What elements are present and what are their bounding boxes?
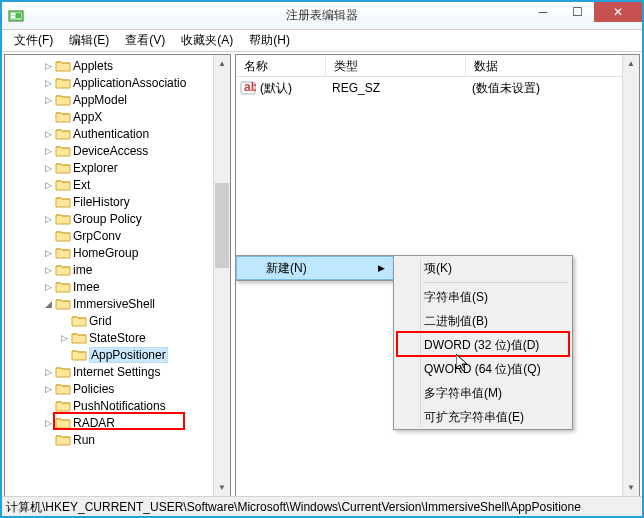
value-row[interactable]: ab (默认) REG_SZ (数值未设置) <box>240 79 635 97</box>
scroll-up-button[interactable]: ▲ <box>623 55 639 72</box>
window-controls: ─ ☐ ✕ <box>526 2 642 22</box>
maximize-button[interactable]: ☐ <box>560 2 594 22</box>
menu-file[interactable]: 文件(F) <box>6 30 61 51</box>
tree-node-label: Applets <box>73 59 113 73</box>
expander-icon[interactable]: ▷ <box>41 248 55 258</box>
expander-icon[interactable]: ▷ <box>41 384 55 394</box>
folder-icon <box>55 127 71 141</box>
expander-icon[interactable]: ▷ <box>41 163 55 173</box>
tree-node-internet-settings[interactable]: ▷Internet Settings <box>5 363 230 380</box>
expander-icon[interactable]: ▷ <box>41 282 55 292</box>
expander-icon[interactable]: ▷ <box>41 146 55 156</box>
statusbar: 计算机\HKEY_CURRENT_USER\Software\Microsoft… <box>2 496 642 516</box>
minimize-button[interactable]: ─ <box>526 2 560 22</box>
expander-icon[interactable]: ▷ <box>57 333 71 343</box>
tree-node-radar[interactable]: ▷RADAR <box>5 414 230 431</box>
tree-node-appx[interactable]: AppX <box>5 108 230 125</box>
folder-icon <box>55 93 71 107</box>
tree-node-appmodel[interactable]: ▷AppModel <box>5 91 230 108</box>
folder-icon <box>55 195 71 209</box>
values-scrollbar[interactable]: ▲ ▼ <box>622 55 639 496</box>
tree-pane: ▷Applets▷ApplicationAssociatio▷AppModelA… <box>4 54 231 497</box>
folder-icon <box>55 399 71 413</box>
tree-node-policies[interactable]: ▷Policies <box>5 380 230 397</box>
tree-node-ext[interactable]: ▷Ext <box>5 176 230 193</box>
expander-icon[interactable]: ◢ <box>41 299 55 309</box>
menu-new-qword[interactable]: QWORD (64 位)值(Q) <box>394 357 572 381</box>
folder-icon <box>55 110 71 124</box>
folder-icon <box>55 263 71 277</box>
tree-node-pushnotifications[interactable]: PushNotifications <box>5 397 230 414</box>
expander-icon[interactable]: ▷ <box>41 78 55 88</box>
tree-node-label: FileHistory <box>73 195 130 209</box>
tree-node-group-policy[interactable]: ▷Group Policy <box>5 210 230 227</box>
tree-node-label: AppX <box>73 110 102 124</box>
tree-node-immersiveshell[interactable]: ◢ImmersiveShell <box>5 295 230 312</box>
expander-icon[interactable]: ▷ <box>41 265 55 275</box>
tree-node-label: PushNotifications <box>73 399 166 413</box>
tree-node-statestore[interactable]: ▷StateStore <box>5 329 230 346</box>
folder-icon <box>55 280 71 294</box>
scroll-up-button[interactable]: ▲ <box>214 55 230 72</box>
expander-icon[interactable]: ▷ <box>41 129 55 139</box>
tree-node-applets[interactable]: ▷Applets <box>5 57 230 74</box>
col-data[interactable]: 数据 <box>466 55 639 76</box>
tree-node-label: Imee <box>73 280 100 294</box>
menu-new-multistring[interactable]: 多字符串值(M) <box>394 381 572 405</box>
context-menu: 新建(N) ▶ <box>235 255 395 281</box>
registry-tree[interactable]: ▷Applets▷ApplicationAssociatio▷AppModelA… <box>5 55 230 450</box>
tree-node-homegroup[interactable]: ▷HomeGroup <box>5 244 230 261</box>
folder-icon <box>55 365 71 379</box>
tree-node-label: Group Policy <box>73 212 142 226</box>
folder-icon <box>55 76 71 90</box>
expander-icon[interactable]: ▷ <box>41 95 55 105</box>
tree-node-apppositioner[interactable]: AppPositioner <box>5 346 230 363</box>
menu-edit[interactable]: 编辑(E) <box>61 30 117 51</box>
value-type: REG_SZ <box>332 81 472 95</box>
menubar: 文件(F) 编辑(E) 查看(V) 收藏夹(A) 帮助(H) <box>2 30 642 52</box>
scroll-thumb[interactable] <box>215 183 229 268</box>
col-name[interactable]: 名称 <box>236 55 326 76</box>
scroll-down-button[interactable]: ▼ <box>623 479 639 496</box>
tree-node-deviceaccess[interactable]: ▷DeviceAccess <box>5 142 230 159</box>
col-type[interactable]: 类型 <box>326 55 466 76</box>
expander-icon[interactable]: ▷ <box>41 214 55 224</box>
expander-icon[interactable]: ▷ <box>41 180 55 190</box>
expander-icon[interactable]: ▷ <box>41 61 55 71</box>
tree-node-explorer[interactable]: ▷Explorer <box>5 159 230 176</box>
submenu-arrow-icon: ▶ <box>378 263 385 273</box>
folder-icon <box>55 416 71 430</box>
expander-icon[interactable]: ▷ <box>41 367 55 377</box>
tree-node-label: Run <box>73 433 95 447</box>
tree-node-run[interactable]: Run <box>5 431 230 448</box>
tree-node-applicationassociatio[interactable]: ▷ApplicationAssociatio <box>5 74 230 91</box>
menu-new-dword[interactable]: DWORD (32 位)值(D) <box>394 333 572 357</box>
tree-node-grid[interactable]: Grid <box>5 312 230 329</box>
menu-new[interactable]: 新建(N) ▶ <box>236 256 394 280</box>
close-button[interactable]: ✕ <box>594 2 642 22</box>
folder-icon <box>55 59 71 73</box>
expander-icon[interactable]: ▷ <box>41 418 55 428</box>
menu-new-key[interactable]: 项(K) <box>394 256 572 280</box>
menu-favorites[interactable]: 收藏夹(A) <box>173 30 241 51</box>
folder-icon <box>55 212 71 226</box>
menu-new-string[interactable]: 字符串值(S) <box>394 285 572 309</box>
tree-scrollbar[interactable]: ▲ ▼ <box>213 55 230 496</box>
menu-new-label: 新建(N) <box>266 260 307 277</box>
menu-new-binary[interactable]: 二进制值(B) <box>394 309 572 333</box>
menu-separator <box>424 282 568 283</box>
tree-node-label: Ext <box>73 178 90 192</box>
tree-node-authentication[interactable]: ▷Authentication <box>5 125 230 142</box>
tree-node-imee[interactable]: ▷Imee <box>5 278 230 295</box>
folder-icon <box>55 144 71 158</box>
scroll-down-button[interactable]: ▼ <box>214 479 230 496</box>
menu-new-expandstring[interactable]: 可扩充字符串值(E) <box>394 405 572 429</box>
folder-icon <box>55 297 71 311</box>
menu-help[interactable]: 帮助(H) <box>241 30 298 51</box>
tree-node-label: Internet Settings <box>73 365 160 379</box>
tree-node-filehistory[interactable]: FileHistory <box>5 193 230 210</box>
tree-node-ime[interactable]: ▷ime <box>5 261 230 278</box>
menu-view[interactable]: 查看(V) <box>117 30 173 51</box>
tree-node-grpconv[interactable]: GrpConv <box>5 227 230 244</box>
values-list[interactable]: ab (默认) REG_SZ (数值未设置) <box>236 77 639 99</box>
